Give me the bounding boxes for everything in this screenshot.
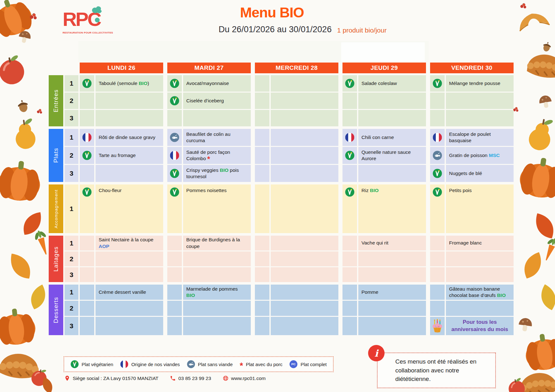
menu-cell-icon	[255, 110, 269, 126]
menu-cell-icon	[430, 129, 445, 146]
footer-bar: Siège social : ZA Lavy 01570 MANZIAT 03 …	[64, 375, 266, 381]
menu-cell-icon	[255, 267, 269, 282]
row-number: 2	[65, 301, 78, 316]
menu-cell	[96, 165, 163, 182]
apple-illustration	[0, 44, 35, 92]
menu-cell	[271, 165, 338, 182]
french-origin-icon	[120, 360, 128, 368]
menu-cell-icon	[80, 236, 94, 250]
menu-cell-icon	[167, 317, 182, 335]
menu-cell	[358, 251, 426, 266]
menu-cell	[271, 285, 338, 300]
menu-cell-icon	[430, 165, 445, 182]
row-number: 1	[65, 129, 78, 146]
footer-website: www.rpc01.com	[223, 375, 266, 381]
chef-hat-icon	[89, 2, 105, 15]
menu-cell-icon	[80, 93, 94, 109]
menu-cell: Rôti de dinde sauce gravy	[96, 129, 163, 146]
menu-cell: Crispy veggies BIO pois tournesol	[183, 165, 251, 182]
menu-cell-icon	[342, 165, 357, 182]
vegetarian-icon	[170, 96, 179, 106]
legend-item-pc: Plat complet	[289, 360, 327, 368]
fish-icon	[170, 133, 179, 142]
menu-cell-icon	[430, 184, 445, 233]
pear-illustration	[3, 111, 46, 154]
menu-cell	[358, 93, 426, 109]
menu-cell-icon	[80, 285, 94, 300]
menu-row: 2	[65, 251, 514, 266]
menu-row: 2Tarte au fromageSauté de porc façon Col…	[65, 147, 514, 164]
location-pin-icon	[64, 375, 70, 381]
menu-cell-icon	[430, 251, 445, 266]
row-number: 1	[65, 236, 78, 250]
footer-phone: 03 85 23 99 23	[170, 375, 211, 381]
vegetarian-icon	[82, 79, 92, 88]
menu-cell-icon	[430, 301, 445, 316]
menu-cell-icon	[430, 147, 445, 164]
info-icon: i	[368, 345, 385, 361]
menu-cell: Sauté de porc façon Colombo *	[183, 147, 251, 164]
menu-cell: Brique de Burdignes à la coupe	[183, 236, 251, 250]
menu-cell	[358, 317, 426, 335]
section-accompagnement: Accompagnement1Chou-fleurPommes noisette…	[49, 184, 514, 233]
mushroom-illustration	[15, 27, 34, 47]
fish-icon	[187, 360, 195, 368]
berries-illustration	[35, 106, 45, 116]
menu-cell-icon	[430, 285, 445, 300]
menu-cell	[358, 110, 426, 126]
plat-complet-icon	[289, 360, 298, 368]
menu-cell	[271, 93, 338, 109]
menu-cell-icon	[255, 285, 269, 300]
menu-cell-icon	[430, 317, 445, 335]
menu-cell-icon	[80, 129, 94, 146]
vegetarian-icon	[433, 187, 442, 197]
menu-cell	[96, 93, 163, 109]
section-entrees: Entrées1Taboulé (semoule BIO)Avocat/mayo…	[49, 75, 514, 126]
menu-cell: Salade coleslaw	[358, 75, 426, 92]
footer-address-text: Siège social : ZA Lavy 01570 MANZIAT	[73, 376, 158, 381]
section-desserts: Desserts1Crème dessert vanilleMarmelade …	[49, 285, 514, 335]
day-header-1: MARDI 27	[167, 63, 251, 73]
row-number: 2	[65, 93, 78, 109]
bio-note: 1 produit bio/jour	[337, 27, 386, 34]
menu-cell-icon	[80, 110, 94, 126]
row-number: 1	[65, 184, 78, 233]
menu-cell	[96, 267, 163, 282]
menu-cell-icon	[80, 184, 94, 233]
menu-cell: Gratin de poisson MSC	[446, 147, 514, 164]
menu-cell	[446, 93, 514, 109]
menu-cell-icon	[430, 236, 445, 250]
day-header-0: LUNDI 26	[80, 63, 163, 73]
dietician-note-box: Ces menus ont été réalisés en collaborat…	[377, 353, 496, 388]
menu-cell: Tarte au fromage	[96, 147, 163, 164]
menu-cell	[96, 251, 163, 266]
menu-cell: Ciselée d’iceberg	[183, 93, 251, 109]
menu-cell-icon	[167, 165, 182, 182]
menu-cell-icon	[80, 75, 94, 92]
pumpkin-illustration	[512, 145, 555, 204]
menu-cell	[271, 110, 338, 126]
menu-row: 1Crème dessert vanilleMarmelade de pomme…	[65, 285, 514, 300]
menu-row: 3Crispy veggies BIO pois tournesolNugget…	[65, 165, 514, 182]
menu-cell-icon	[342, 267, 357, 282]
menu-cell: Pommes noisettes	[183, 184, 251, 233]
menu-cell	[271, 129, 338, 146]
menu-row: 1Saint Nectaire à la coupe AOPBrique de …	[65, 236, 514, 250]
section-laitages: Laitages1Saint Nectaire à la coupe AOPBr…	[49, 236, 514, 282]
french-origin-icon	[82, 133, 92, 142]
row-number: 3	[65, 317, 78, 335]
menu-cell-icon	[342, 147, 357, 164]
menu-cell-icon	[430, 267, 445, 282]
menu-sections: Entrées1Taboulé (semoule BIO)Avocat/mayo…	[49, 75, 514, 335]
menu-cell-icon	[342, 317, 357, 335]
weekly-menu-table: LUNDI 26MARDI 27MERCREDI 28JEUDI 29VENDR…	[49, 63, 514, 338]
menu-cell	[271, 236, 338, 250]
phone-icon	[170, 375, 176, 381]
vegetarian-icon	[82, 151, 92, 160]
menu-cell	[446, 267, 514, 282]
menu-cell-icon	[430, 93, 445, 109]
globe-icon	[223, 375, 229, 381]
menu-cell-icon	[255, 93, 269, 109]
menu-cell-icon	[167, 75, 182, 92]
menu-cell: Saint Nectaire à la coupe AOP	[96, 236, 163, 250]
